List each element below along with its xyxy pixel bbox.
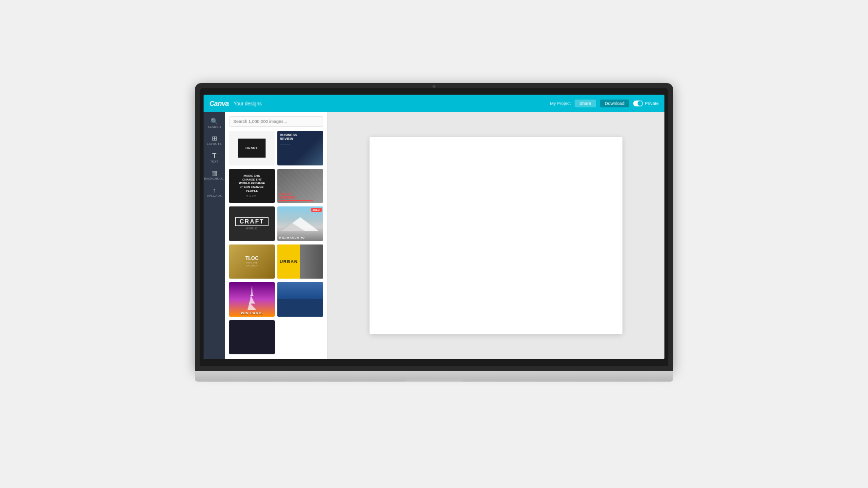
templates-panel: HENRY BUSINESSREVIEW ────── — [225, 112, 328, 359]
background-icon: ▦ — [211, 170, 217, 176]
sidebar: 🔍 SEARCH ⊞ LAYOUTS T TEXT — [204, 112, 225, 359]
svg-rect-6 — [249, 303, 255, 304]
logo: Canva — [209, 100, 229, 107]
navbar-right: My Project Share Download Private — [550, 100, 659, 107]
screen: Canva Your designs My Project Share Down… — [204, 95, 664, 359]
template-typography[interactable]: HENRY — [229, 131, 275, 165]
canvas-page[interactable] — [370, 137, 622, 335]
svg-marker-3 — [249, 295, 254, 303]
svg-marker-4 — [248, 303, 256, 310]
template-architecture[interactable]: CRASHTAGGING — [277, 169, 323, 203]
template-business[interactable]: BUSINESSREVIEW ────── — [277, 131, 323, 165]
template-paris[interactable]: WIN PARIS — [229, 282, 275, 317]
template-music[interactable]: MUSIC CANCHANGE THEWORLD BECAUSEIT CAN C… — [229, 169, 275, 203]
template-tloc[interactable]: TLOC THE LOVEOF CURLY — [229, 244, 275, 279]
nav-title: Your designs — [234, 101, 262, 106]
uploads-label: UPLOADS — [207, 194, 222, 197]
laptop-lid: Canva Your designs My Project Share Down… — [195, 83, 673, 371]
template-urban[interactable]: URBAN — [277, 244, 323, 279]
layouts-icon: ⊞ — [212, 135, 217, 142]
share-button[interactable]: Share — [575, 100, 596, 107]
sidebar-item-text[interactable]: T TEXT — [204, 149, 225, 166]
sidebar-item-layouts[interactable]: ⊞ LAYOUTS — [204, 132, 225, 148]
screen-bezel: Canva Your designs My Project Share Down… — [200, 88, 668, 366]
search-input[interactable] — [229, 116, 323, 127]
laptop-base — [195, 371, 673, 382]
download-button[interactable]: Download — [600, 100, 629, 107]
background-label: BACKGROU... — [204, 177, 225, 180]
canvas-area — [328, 112, 664, 359]
main-content: 🔍 SEARCH ⊞ LAYOUTS T TEXT — [204, 112, 664, 359]
app: Canva Your designs My Project Share Down… — [204, 95, 664, 359]
sidebar-item-search[interactable]: 🔍 SEARCH — [204, 115, 225, 131]
text-icon: T — [212, 152, 217, 159]
toggle-switch[interactable] — [633, 101, 643, 106]
sidebar-item-background[interactable]: ▦ BACKGROU... — [204, 167, 225, 183]
svg-marker-2 — [251, 285, 253, 295]
templates-grid: HENRY BUSINESSREVIEW ────── — [225, 131, 327, 359]
template-craft[interactable]: CRAFT WORLD — [229, 206, 275, 241]
template-mountain[interactable]: SOLD! KILIMANJARO — [277, 206, 323, 241]
layouts-label: LAYOUTS — [207, 142, 222, 145]
private-label: Private — [645, 101, 659, 106]
search-bar — [225, 112, 327, 131]
project-label: My Project — [550, 101, 571, 106]
uploads-icon: ↑ — [213, 187, 216, 193]
svg-rect-5 — [250, 295, 253, 296]
template-dark[interactable] — [229, 320, 275, 355]
private-toggle[interactable]: Private — [633, 101, 659, 106]
search-label: SEARCH — [208, 125, 221, 128]
navbar: Canva Your designs My Project Share Down… — [204, 95, 664, 112]
search-icon: 🔍 — [210, 118, 218, 124]
text-label: TEXT — [210, 160, 219, 163]
webcam — [433, 85, 435, 88]
sidebar-item-uploads[interactable]: ↑ UPLOADS — [204, 184, 225, 200]
template-blue[interactable] — [277, 282, 323, 317]
laptop-container: Canva Your designs My Project Share Down… — [195, 83, 673, 405]
